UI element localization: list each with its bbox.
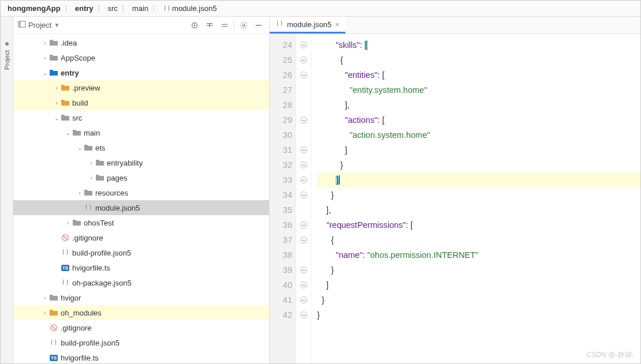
code-line[interactable]: ] bbox=[317, 277, 640, 292]
fold-marker[interactable] bbox=[300, 237, 307, 243]
chevron-right-icon[interactable]: › bbox=[41, 55, 49, 61]
project-tree[interactable]: ›.idea›AppScope⌄entry›.preview›build⌄src… bbox=[13, 34, 269, 363]
close-tab-button[interactable]: × bbox=[335, 20, 340, 29]
tree-item[interactable]: ›.idea bbox=[13, 35, 269, 50]
breadcrumb-separator: 〉 bbox=[64, 3, 72, 14]
tree-item-label: pages bbox=[107, 174, 127, 182]
breadcrumb-item[interactable]: main bbox=[130, 4, 151, 13]
tree-item[interactable]: ›resources bbox=[13, 185, 269, 200]
fold-marker[interactable] bbox=[300, 267, 307, 273]
code-line[interactable]: "requestPermissions": [ bbox=[317, 217, 640, 232]
code-line[interactable]: ] bbox=[317, 142, 640, 157]
fold-marker[interactable] bbox=[300, 222, 307, 228]
code-line[interactable]: } bbox=[317, 307, 640, 322]
tree-item[interactable]: ›.preview bbox=[13, 80, 269, 95]
chevron-right-icon[interactable]: › bbox=[41, 295, 49, 301]
collapse-all-button[interactable] bbox=[219, 20, 230, 31]
fold-marker[interactable] bbox=[300, 72, 307, 78]
tree-item[interactable]: ›oh_modules bbox=[13, 305, 269, 320]
tree-item-label: ohosTest bbox=[84, 219, 114, 227]
breadcrumb-item[interactable]: entry bbox=[73, 4, 96, 13]
chevron-right-icon[interactable]: › bbox=[76, 190, 84, 196]
expand-all-button[interactable] bbox=[204, 20, 215, 31]
tree-item[interactable]: TShvigorfile.ts bbox=[13, 260, 269, 275]
code-content[interactable]: "skills": [ { "entities": [ "entity.syst… bbox=[311, 34, 640, 363]
chevron-down-icon[interactable]: ⌄ bbox=[64, 130, 72, 136]
chevron-right-icon[interactable]: › bbox=[87, 160, 95, 166]
hide-button[interactable] bbox=[253, 20, 264, 31]
locate-file-button[interactable] bbox=[189, 20, 200, 31]
tree-item[interactable]: .gitignore bbox=[13, 230, 269, 245]
code-line[interactable]: } bbox=[317, 262, 640, 277]
chevron-right-icon[interactable]: › bbox=[87, 175, 95, 181]
settings-button[interactable] bbox=[238, 20, 249, 31]
chevron-right-icon[interactable]: › bbox=[53, 85, 61, 91]
breadcrumb-item[interactable]: hongmengApp bbox=[5, 4, 63, 13]
file-ts-icon: TS bbox=[61, 263, 70, 272]
tree-item[interactable]: ⌄ets bbox=[13, 140, 269, 155]
fold-marker[interactable] bbox=[300, 282, 307, 288]
code-line[interactable]: "entities": [ bbox=[317, 67, 640, 82]
tree-item[interactable]: ›AppScope bbox=[13, 50, 269, 65]
code-line[interactable]: "skills": [ bbox=[317, 37, 640, 52]
tree-item[interactable]: ›build bbox=[13, 95, 269, 110]
chevron-right-icon[interactable]: › bbox=[53, 100, 61, 106]
tree-item[interactable]: ›pages bbox=[13, 170, 269, 185]
chevron-right-icon[interactable]: › bbox=[41, 40, 49, 46]
editor-tab[interactable]: module.json5 × bbox=[270, 17, 345, 33]
folder-gray-icon bbox=[61, 113, 70, 122]
project-tool-tab[interactable]: Project bbox=[2, 46, 12, 74]
breadcrumb-item[interactable]: module.json5 bbox=[161, 4, 219, 13]
tree-item[interactable]: .gitignore bbox=[13, 320, 269, 335]
tree-item[interactable]: build-profile.json5 bbox=[13, 245, 269, 260]
tree-item[interactable]: ⌄main bbox=[13, 125, 269, 140]
breadcrumb-item[interactable]: src bbox=[106, 4, 120, 13]
tree-item[interactable]: ›ohosTest bbox=[13, 215, 269, 230]
tree-item[interactable]: build-profile.json5 bbox=[13, 335, 269, 350]
fold-marker[interactable] bbox=[300, 42, 307, 48]
code-line[interactable]: ], bbox=[317, 202, 640, 217]
tree-item[interactable]: TShvigorfile.ts bbox=[13, 350, 269, 363]
folder-orange-icon bbox=[49, 308, 58, 317]
fold-marker[interactable] bbox=[300, 162, 307, 168]
tree-item[interactable]: ›entryability bbox=[13, 155, 269, 170]
chevron-right-icon[interactable]: › bbox=[64, 220, 72, 226]
code-line[interactable]: } bbox=[317, 187, 640, 202]
breadcrumb-separator: 〉 bbox=[97, 3, 105, 14]
code-line[interactable]: "action.system.home" bbox=[317, 127, 640, 142]
tree-item[interactable]: ⌄src bbox=[13, 110, 269, 125]
tree-item-label: entry bbox=[61, 69, 79, 77]
code-editor[interactable]: 24252627282930313233343536373839404142 "… bbox=[270, 34, 640, 363]
code-line[interactable]: ], bbox=[317, 97, 640, 112]
fold-marker[interactable] bbox=[300, 177, 307, 183]
tree-item[interactable]: ›hvigor bbox=[13, 290, 269, 305]
code-line[interactable]: } bbox=[317, 292, 640, 307]
chevron-right-icon[interactable]: › bbox=[41, 310, 49, 316]
tree-item[interactable]: oh-package.json5 bbox=[13, 275, 269, 290]
code-line[interactable]: "name": "ohos.permission.INTERNET" bbox=[317, 247, 640, 262]
code-line[interactable]: } bbox=[317, 157, 640, 172]
sidebar-title[interactable]: Project ▼ bbox=[18, 20, 185, 30]
fold-marker[interactable] bbox=[300, 147, 307, 153]
code-line[interactable]: "entity.system.home" bbox=[317, 82, 640, 97]
tree-item[interactable]: module.json5 bbox=[13, 200, 269, 215]
code-line[interactable]: ] bbox=[317, 172, 640, 187]
tree-item-label: src bbox=[72, 114, 82, 122]
json-file-icon bbox=[275, 20, 284, 29]
fold-marker[interactable] bbox=[300, 192, 307, 198]
tree-item-label: entryability bbox=[107, 159, 143, 167]
fold-marker[interactable] bbox=[300, 57, 307, 63]
chevron-down-icon[interactable]: ⌄ bbox=[53, 115, 61, 121]
editor-tab-label: module.json5 bbox=[287, 20, 331, 29]
fold-gutter[interactable] bbox=[296, 34, 311, 363]
chevron-down-icon[interactable]: ⌄ bbox=[76, 145, 84, 151]
tree-item-label: oh-package.json5 bbox=[72, 279, 132, 287]
fold-marker[interactable] bbox=[300, 297, 307, 303]
chevron-down-icon[interactable]: ⌄ bbox=[41, 70, 49, 76]
code-line[interactable]: { bbox=[317, 232, 640, 247]
code-line[interactable]: "actions": [ bbox=[317, 112, 640, 127]
tree-item[interactable]: ⌄entry bbox=[13, 65, 269, 80]
fold-marker[interactable] bbox=[300, 312, 307, 318]
code-line[interactable]: { bbox=[317, 52, 640, 67]
fold-marker[interactable] bbox=[300, 117, 307, 123]
